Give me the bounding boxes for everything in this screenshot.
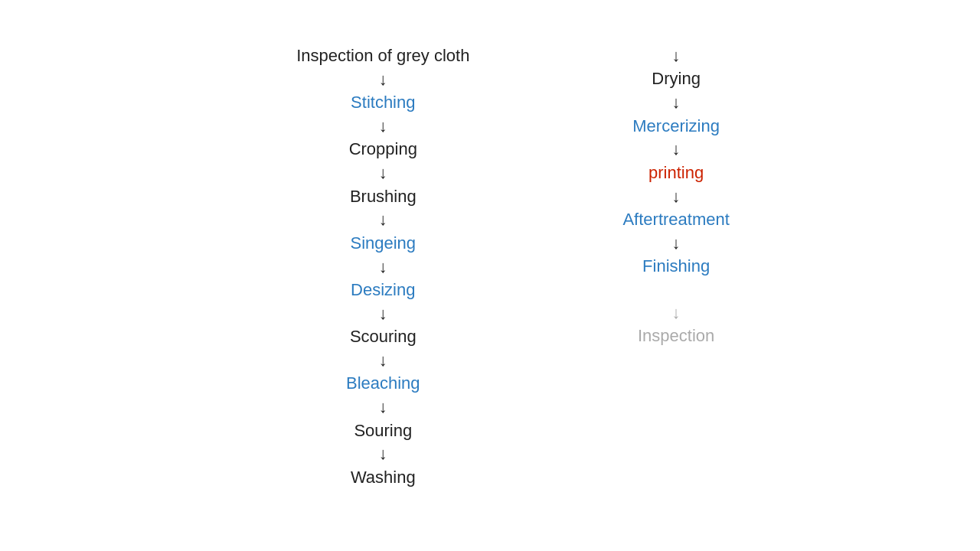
step-label: Souring: [354, 419, 412, 443]
step-label: Cropping: [349, 138, 417, 161]
right-column: ↓Drying↓Mercerizing↓printing↓Aftertreatm…: [622, 44, 729, 489]
arrow-down: ↓: [379, 397, 387, 417]
page-title: [0, 0, 980, 37]
step-label: Desizing: [351, 279, 415, 302]
arrow-down: ↓: [379, 210, 387, 230]
step-label: Singeing: [350, 232, 416, 256]
arrow-down: ↓: [379, 163, 387, 183]
arrow-down: ↓: [672, 46, 681, 66]
arrow-down: ↓: [672, 303, 681, 323]
arrow-down: ↓: [379, 70, 387, 90]
step-label: Bleaching: [346, 372, 420, 396]
arrow-down: ↓: [379, 304, 387, 324]
step-label: Brushing: [350, 185, 416, 209]
step-label: Scouring: [350, 325, 416, 349]
step-label: Mercerizing: [632, 115, 720, 139]
step-label: Inspection: [638, 324, 714, 348]
step-label: Aftertreatment: [622, 208, 729, 232]
step-label: printing: [648, 161, 704, 185]
arrow-down: ↓: [672, 187, 681, 207]
step-label: Stitching: [351, 91, 415, 115]
step-label: Finishing: [642, 255, 710, 279]
arrow-down: ↓: [672, 93, 681, 112]
step-label: Drying: [652, 67, 701, 91]
arrow-down: ↓: [379, 350, 387, 370]
flowchart: Inspection of grey cloth↓Stitching↓Cropp…: [0, 37, 980, 489]
step-label: Inspection of grey cloth: [296, 44, 469, 68]
arrow-down: ↓: [379, 257, 387, 277]
arrow-down: ↓: [379, 444, 387, 464]
left-column: Inspection of grey cloth↓Stitching↓Cropp…: [296, 44, 469, 489]
arrow-down: ↓: [672, 139, 681, 159]
step-label: Washing: [351, 466, 416, 490]
arrow-down: ↓: [672, 233, 681, 253]
arrow-down: ↓: [379, 116, 387, 136]
